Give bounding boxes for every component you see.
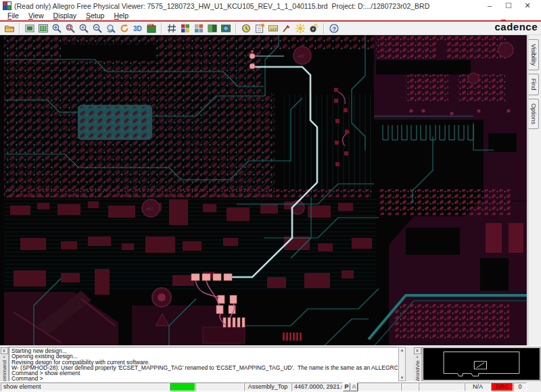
menu-bar: File View Display Setup Help bbox=[0, 11, 541, 20]
cursor-coordinates: 4467.0000, 2921.0000 bbox=[291, 383, 343, 391]
menu-file[interactable]: File bbox=[3, 11, 24, 20]
active-class-indicator: Assembly_Top bbox=[244, 383, 291, 391]
worldview-panel-strip: x + WorldVie bbox=[413, 347, 422, 381]
menu-display[interactable]: Display bbox=[49, 11, 81, 20]
measure-icon[interactable]: 123 bbox=[266, 22, 280, 34]
zoom-out-icon[interactable] bbox=[91, 22, 104, 34]
grid-toggle-icon[interactable] bbox=[165, 22, 179, 34]
tab-options[interactable]: Options bbox=[528, 99, 539, 129]
toolbar-separator bbox=[19, 23, 20, 34]
pcb-artwork: n67 n67 bbox=[0, 35, 527, 345]
zoom-fit-icon[interactable] bbox=[23, 22, 37, 34]
zoom-in-icon[interactable] bbox=[50, 22, 64, 34]
svg-text:?: ? bbox=[333, 25, 337, 32]
color-dialog-icon[interactable] bbox=[179, 22, 192, 34]
app-icon bbox=[3, 1, 11, 10]
minimize-button[interactable]: – bbox=[480, 0, 499, 11]
zoom-by-points-icon[interactable] bbox=[64, 22, 77, 34]
svg-text:3D: 3D bbox=[133, 25, 142, 32]
console-scrollbar[interactable]: ▲ ▼ bbox=[398, 347, 406, 381]
worldview-map[interactable] bbox=[423, 348, 540, 380]
bottom-panels: x + Command Starting new design... Openi… bbox=[0, 345, 541, 381]
flip-design-icon[interactable]: FLIP bbox=[145, 22, 158, 34]
svg-text:n67: n67 bbox=[146, 207, 154, 211]
window-title: (Read only) Allegro Free Physical Viewer… bbox=[14, 2, 480, 10]
zoom-previous-icon[interactable] bbox=[104, 22, 118, 34]
status-spacer bbox=[401, 383, 419, 391]
drc-status-badge[interactable]: DRC bbox=[491, 383, 513, 391]
status-spacer bbox=[195, 383, 244, 391]
drc-count: 0 bbox=[513, 383, 527, 391]
status-spacer bbox=[419, 383, 465, 391]
title-bar: (Read only) Allegro Free Physical Viewer… bbox=[0, 0, 541, 11]
scroll-down-icon[interactable]: ▼ bbox=[400, 375, 404, 381]
console-line: Command > show element bbox=[11, 370, 396, 376]
console-line: Command > bbox=[11, 376, 396, 381]
color-layer-icon[interactable] bbox=[192, 22, 206, 34]
application-mode-button[interactable]: A bbox=[350, 383, 358, 391]
close-button[interactable]: ✕ bbox=[518, 0, 537, 11]
worldview-panel bbox=[422, 347, 541, 381]
tab-visibility[interactable]: Visibility bbox=[528, 39, 539, 70]
help-icon[interactable]: ? bbox=[327, 22, 341, 34]
command-console[interactable]: Starting new design... Opening existing … bbox=[9, 347, 398, 381]
toolbar-separator bbox=[323, 23, 325, 34]
global-visibility-icon[interactable] bbox=[219, 22, 233, 34]
svg-text:123: 123 bbox=[270, 26, 277, 30]
scroll-up-icon[interactable]: ▲ bbox=[400, 347, 404, 353]
command-pin-icon[interactable]: + bbox=[3, 355, 5, 360]
status-bar: show element Assembly_Top 4467.0000, 292… bbox=[0, 381, 541, 392]
panel-splitter[interactable] bbox=[406, 347, 413, 381]
svg-text:FLIP: FLIP bbox=[148, 24, 153, 26]
status-message: show element bbox=[1, 383, 170, 391]
status-idle: N/A bbox=[465, 383, 491, 391]
menu-help[interactable]: Help bbox=[109, 11, 133, 20]
toolbar-separator bbox=[235, 23, 237, 34]
worldview-panel-title: WorldVie bbox=[415, 360, 421, 382]
maximize-button[interactable]: ☐ bbox=[499, 0, 518, 11]
worldview-close-icon[interactable]: x bbox=[414, 347, 421, 354]
control-panel-tabs: Visibility Find Options bbox=[527, 35, 541, 345]
status-spacer bbox=[358, 383, 401, 391]
pcb-design-canvas[interactable]: n67 n67 bbox=[0, 35, 527, 345]
zoom-world-icon[interactable] bbox=[37, 22, 50, 34]
pick-mode-button[interactable]: P bbox=[343, 383, 350, 391]
reports-icon[interactable] bbox=[253, 22, 266, 34]
highlight-brush-icon[interactable] bbox=[280, 22, 293, 34]
cadence-logo: cadence bbox=[494, 21, 538, 32]
board-outline bbox=[423, 348, 540, 380]
command-panel-strip: x + Command bbox=[0, 347, 9, 381]
shadow-mode-icon[interactable] bbox=[206, 22, 219, 34]
properties-info-icon[interactable] bbox=[239, 22, 253, 34]
worldview-pin-icon[interactable]: + bbox=[416, 355, 419, 360]
progress-indicator bbox=[170, 383, 195, 391]
tab-find[interactable]: Find bbox=[528, 74, 539, 95]
spotlight-mode-icon[interactable] bbox=[307, 22, 321, 34]
allegro-viewer-window: { "window": { "title": "(Read only) Alle… bbox=[0, 0, 541, 392]
view-3d-icon[interactable]: 3D bbox=[131, 22, 145, 34]
zoom-center-icon[interactable] bbox=[77, 22, 91, 34]
resize-grip[interactable] bbox=[527, 383, 540, 391]
redraw-icon[interactable] bbox=[118, 22, 131, 34]
menu-view[interactable]: View bbox=[24, 11, 49, 20]
shine-mode-icon[interactable] bbox=[293, 22, 307, 34]
toolbar: 3D FLIP 123 ? bbox=[0, 20, 541, 35]
open-folder-icon[interactable] bbox=[3, 22, 16, 34]
command-close-icon[interactable]: x bbox=[1, 347, 8, 354]
svg-text:n67: n67 bbox=[298, 54, 305, 58]
toolbar-separator bbox=[161, 23, 162, 34]
menu-setup[interactable]: Setup bbox=[81, 11, 109, 20]
